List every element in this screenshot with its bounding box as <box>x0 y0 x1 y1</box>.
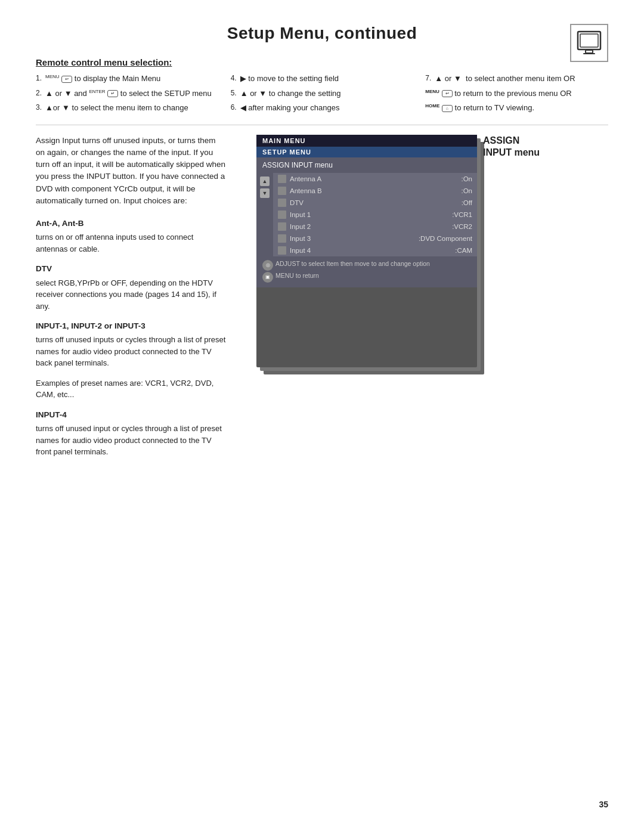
menu-footer: ◎ ADJUST to select Item then move to and… <box>256 256 477 287</box>
subsection-input123: INPUT-1, INPUT-2 or INPUT-3 turns off un… <box>36 320 227 369</box>
page-number: 35 <box>599 800 608 809</box>
subsection-antab-body: turns on or off antenna inputs used to c… <box>36 231 227 255</box>
item-icon <box>278 246 286 255</box>
footer-item-menu: ▣ MENU to return <box>262 272 471 283</box>
intro-text: Assign Input turns off unused inputs, or… <box>36 135 227 208</box>
step-2: 2. ▲ or ▼ and ENTER ↵ to select the SETU… <box>36 88 219 100</box>
page: Setup Menu, continued Remote control men… <box>0 0 644 833</box>
menu-item-input2: Input 2 :VCR2 <box>273 221 477 233</box>
menu-item-antenna-b: Antenna B :On <box>273 185 477 197</box>
assign-label-line2: INPUT menu <box>483 147 578 159</box>
subsection-dtv-title: DTV <box>36 263 227 275</box>
scroll-up-btn[interactable]: ▲ <box>260 176 270 186</box>
step-7: 7. ▲ or ▼ to select another menu item OR <box>425 73 608 85</box>
step-6: 6. ◀ after making your changes <box>231 103 414 114</box>
scroll-buttons: ▲ ▼ <box>256 173 273 256</box>
assign-label-line1: ASSIGN <box>483 135 578 147</box>
menu-item-antenna-a: Antenna A :On <box>273 173 477 185</box>
item-icon <box>278 210 286 219</box>
subsection-dtv: DTV select RGB,YPrPb or OFF, depending o… <box>36 263 227 312</box>
main-content: Assign Input turns off unused inputs, or… <box>36 135 608 466</box>
menu-item-input4: Input 4 :CAM <box>273 244 477 256</box>
menu-item-dtv: DTV :Off <box>273 197 477 209</box>
right-column: MAIN MENU SETUP MENU ASSIGN INPUT menu ▲… <box>244 135 608 466</box>
subsection-input123-body: turns off unused inputs or cycles throug… <box>36 334 227 369</box>
menu-items: Antenna A :On Antenna B :On DTV <box>273 173 477 256</box>
item-icon <box>278 222 286 231</box>
step-4: 4. ▶ to move to the setting field <box>231 73 414 85</box>
divider <box>36 125 608 125</box>
item-icon <box>278 199 286 207</box>
page-title: Setup Menu, continued <box>36 24 608 43</box>
subsection-examples: Examples of preset names are: VCR1, VCR2… <box>36 377 227 401</box>
menu-assign-row: ASSIGN INPUT menu <box>256 157 477 173</box>
svg-rect-2 <box>586 50 593 53</box>
step-1: 1. MENU ↩ to display the Main Menu <box>36 73 219 85</box>
item-icon <box>278 234 286 243</box>
menu-content-area: ▲ ▼ Antenna A :On A <box>256 173 477 256</box>
steps-grid: 1. MENU ↩ to display the Main Menu 4. ▶ … <box>36 73 608 114</box>
adjust-icon: ◎ <box>262 260 273 271</box>
tv-icon-box <box>570 24 608 62</box>
tv-icon <box>576 30 602 56</box>
subsection-input4-title: INPUT-4 <box>36 409 227 421</box>
left-column: Assign Input turns off unused inputs, or… <box>36 135 227 466</box>
menu-item-input1: Input 1 :VCR1 <box>273 209 477 221</box>
footer-item-adjust: ◎ ADJUST to select Item then move to and… <box>262 260 471 271</box>
svg-rect-1 <box>580 34 598 47</box>
menu-return-icon: ↩ <box>442 90 453 97</box>
menu-box: MAIN MENU SETUP MENU ASSIGN INPUT menu ▲… <box>256 135 477 367</box>
menu-item-input3: Input 3 :DVD Component <box>273 233 477 244</box>
step-3: 3. ▲or ▼ to select the menu item to chan… <box>36 103 219 114</box>
menu-subheader: SETUP MENU <box>256 147 477 157</box>
item-icon <box>278 175 286 183</box>
subsection-dtv-body: select RGB,YPrPb or OFF, depending on th… <box>36 277 227 312</box>
section-heading: Remote control menu selection: <box>36 57 608 67</box>
subsection-input123-title: INPUT-1, INPUT-2 or INPUT-3 <box>36 320 227 332</box>
step-home-return: HOME ⌂ to return to TV viewing. <box>425 103 608 114</box>
assign-label: ASSIGN INPUT menu <box>483 135 578 160</box>
menu-header: MAIN MENU <box>256 135 477 147</box>
subsection-input4-body: turns off unused input or cycles through… <box>36 423 227 458</box>
menu-screenshot: MAIN MENU SETUP MENU ASSIGN INPUT menu ▲… <box>256 135 477 367</box>
menu-remote-icon: ↩ <box>61 76 72 83</box>
home-remote-icon: ⌂ <box>442 105 453 112</box>
subsection-antab-title: Ant-A, Ant-B <box>36 218 227 230</box>
step-5: 5. ▲ or ▼ to change the setting <box>231 88 414 100</box>
subsection-examples-body: Examples of preset names are: VCR1, VCR2… <box>36 377 227 401</box>
svg-rect-3 <box>583 53 595 54</box>
menu-footer-icon: ▣ <box>262 272 273 283</box>
subsection-antab: Ant-A, Ant-B turns on or off antenna inp… <box>36 218 227 255</box>
step-menu-return: MENU ↩ to return to the previous menu OR <box>425 88 608 100</box>
scroll-down-btn[interactable]: ▼ <box>260 188 270 198</box>
enter-remote-icon: ↵ <box>107 90 118 97</box>
item-icon <box>278 187 286 195</box>
subsection-input4: INPUT-4 turns off unused input or cycles… <box>36 409 227 458</box>
